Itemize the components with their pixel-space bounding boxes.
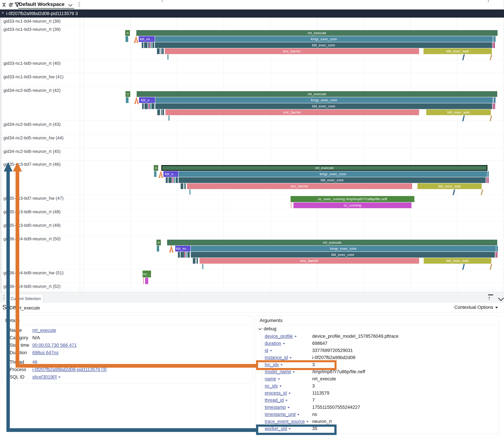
slice-nrt-execute[interactable]: nrt_execute — [136, 30, 498, 36]
slice-fragment[interactable] — [178, 252, 180, 258]
slice-fragment[interactable] — [497, 252, 497, 258]
track-row-gid34-nc2-tid5-neuron-hw-44[interactable]: gid34-nc2-tid5-neuron_hw (44) — [1, 134, 504, 148]
slice-fragment[interactable] — [291, 202, 291, 208]
slice-kbl-exec-core[interactable]: kbl_exec_core — [155, 103, 492, 109]
arg-key[interactable]: process_id — [265, 390, 291, 397]
contextual-options-button[interactable]: Contextual Options — [454, 305, 498, 310]
tab-current-selection[interactable]: Current Selection — [9, 294, 43, 303]
slice-fragment[interactable] — [184, 252, 185, 258]
slice-fragment[interactable] — [144, 42, 147, 48]
arg-key[interactable]: duration — [265, 340, 285, 347]
slice-fragment[interactable] — [151, 103, 154, 109]
slice-fragment[interactable] — [202, 264, 203, 269]
detail-value[interactable]: slice[30190] — [32, 373, 60, 381]
arg-key[interactable]: id — [265, 347, 272, 354]
slice-enc-barrier[interactable]: enc_barrier — [165, 48, 419, 54]
slice-fragment[interactable] — [174, 177, 175, 183]
slice-fragment[interactable] — [184, 183, 186, 189]
slice-fragment[interactable] — [161, 109, 162, 115]
slice-fragment[interactable] — [487, 171, 489, 177]
track-sort-icon[interactable] — [8, 2, 14, 8]
slice-kbl-ex[interactable]: kbl_ex… — [175, 246, 190, 252]
slice-fragment[interactable] — [186, 252, 187, 258]
arg-key[interactable]: timestamp_unit — [265, 411, 299, 418]
slice-fragment[interactable] — [494, 42, 495, 48]
slice-fragment[interactable] — [161, 48, 162, 54]
track-row-fragment[interactable] — [1, 290, 504, 292]
slice-fragment[interactable] — [193, 258, 196, 264]
slice-fragment[interactable] — [181, 183, 183, 189]
slice-fragment[interactable] — [493, 36, 495, 42]
slice-fragment[interactable] — [126, 36, 128, 42]
slice-fragment[interactable] — [187, 252, 190, 258]
arg-key[interactable]: timestamp — [265, 404, 289, 411]
slice-fragment[interactable] — [493, 103, 494, 109]
slice-fragment[interactable] — [176, 177, 178, 183]
slice-fragment[interactable] — [167, 54, 169, 60]
slice-fragment[interactable] — [169, 116, 170, 121]
slice-fragment[interactable] — [494, 103, 495, 109]
slice-nrt-execute[interactable]: nrt_execute — [161, 165, 487, 171]
slice-fragment[interactable] — [166, 177, 168, 183]
arg-key[interactable]: device_profile — [265, 333, 297, 340]
slice-fragment[interactable] — [144, 103, 148, 109]
arg-key[interactable]: nc_idx — [265, 382, 282, 390]
detail-value[interactable]: nrt_execute — [32, 327, 56, 334]
slice-kbl-exec-wait[interactable]: kbl_exec_wait — [424, 258, 491, 264]
arg-key[interactable]: trace_event_source — [265, 418, 308, 425]
slice-n[interactable]: n — [156, 240, 161, 245]
slice-fragment[interactable] — [157, 109, 160, 115]
detail-value[interactable]: 698us 647ns — [32, 349, 59, 356]
collapse-all-icon[interactable] — [1, 2, 7, 8]
slice-n[interactable]: n — [154, 165, 158, 171]
panel-divider-handle[interactable]: ⋮ — [77, 2, 81, 6]
arg-tree-root-debug[interactable]: debug — [259, 326, 276, 331]
timeline-ruler[interactable] — [80, 0, 504, 9]
slice-fragment[interactable] — [189, 190, 190, 194]
detail-value[interactable]: 00:00:03.730 566 471 — [32, 341, 77, 349]
track-panel-divider[interactable] — [80, 0, 80, 292]
slice-nc-exec-running-tmp-tmp87r7u86p-file-neff[interactable]: nc_exec_running /tmp/tmp87r7u86p/file.ne… — [291, 196, 414, 202]
slice-cc-running[interactable]: cc_running — [293, 202, 412, 208]
chevron-down-icon[interactable] — [68, 2, 72, 6]
slice-kbl-exec-core[interactable]: kbl_exec_core — [179, 177, 486, 183]
slice-n[interactable]: n — [125, 30, 130, 36]
track-row-gid36-nc4-tid9-neuron-hw-51[interactable]: gid36-nc4-tid9-neuron_hw (51) — [1, 269, 504, 283]
slice-kbl-ex[interactable]: kbl_ex… — [139, 36, 155, 42]
slice-fragment[interactable] — [154, 171, 156, 177]
slice-kbl-e[interactable]: kbl_e… — [163, 171, 178, 177]
slice-kmgr-exec-core[interactable]: kmgr_exec_core — [155, 97, 493, 103]
track-row-gid36-nc4-tid0-neuron-rt-52[interactable]: gid36-nc4-tid0-neuron_rt (52) — [1, 283, 504, 290]
slice-fragment[interactable] — [181, 252, 184, 258]
track-row-gid35-nc3-tid0-neuron-rt-49[interactable]: gid35-nc3-tid0-neuron_rt (49) — [1, 222, 504, 235]
slice-fragment[interactable] — [495, 252, 496, 258]
track-row-gid33-nc1-tid4-neuron-rt-38[interactable]: gid33-nc1-tid4-neuron_rt (38) — [1, 18, 504, 26]
slice-fragment[interactable] — [493, 42, 494, 48]
slice-enc-barrier[interactable]: enc_barrier — [187, 183, 412, 189]
slice-nrt-execute[interactable]: nrt_execute — [137, 91, 497, 97]
arg-key[interactable]: thread_id — [265, 397, 288, 404]
slice-kbl-e[interactable]: kbl_e… — [139, 97, 155, 103]
panel-drag-handle-icon[interactable]: ⋮ — [1, 294, 7, 300]
slice-fragment[interactable] — [162, 109, 164, 115]
track-row-gid33-nc1-tid3-neuron-hw-41[interactable]: gid33-nc1-tid3-neuron_hw (41) — [1, 73, 504, 87]
collapse-panel-chevron-icon[interactable] — [498, 295, 504, 301]
slice-nrt-execute[interactable]: nrt_execute — [167, 240, 497, 245]
track-row-gid34-nc2-tid0-neuron-rt-43[interactable]: gid34-nc2-tid0-neuron_rt (43) — [1, 121, 504, 134]
slice-fragment[interactable] — [162, 48, 164, 54]
slice-enc-barrier[interactable]: enc_barrier — [199, 258, 419, 264]
slice-fragment[interactable] — [197, 258, 198, 264]
slice-fragment[interactable] — [151, 42, 152, 48]
slice-fragment[interactable] — [169, 177, 172, 183]
slice-fragment[interactable] — [150, 103, 151, 109]
slice-fragment[interactable] — [172, 177, 173, 183]
slice-enc-barrier[interactable]: enc_barrier — [165, 109, 419, 115]
slice-kmgr-exec-core[interactable]: kmgr_exec_core — [191, 246, 496, 252]
slice-fragment[interactable] — [494, 97, 495, 103]
slice-fragment[interactable] — [143, 278, 144, 284]
slice-fragment[interactable] — [486, 177, 487, 183]
slice-nc[interactable]: nc… — [143, 271, 151, 277]
track-row-gid35-nc3-tid8-neuron-rt-48[interactable]: gid35-nc3-tid8-neuron_rt (48) — [1, 208, 504, 222]
slice-fragment[interactable] — [145, 278, 148, 284]
slice-fragment[interactable] — [148, 103, 150, 109]
